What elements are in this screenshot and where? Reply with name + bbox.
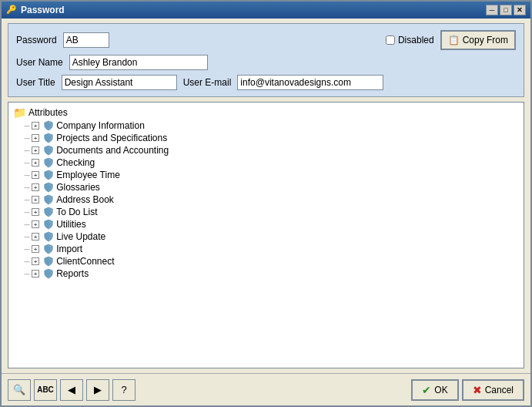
content-area: Password Disabled 📋 Copy From User Name … (2, 18, 530, 373)
tree-item[interactable]: ···· + To Do List (8, 206, 524, 218)
ok-label: OK (434, 385, 447, 395)
abc-icon: ABC (37, 385, 54, 394)
tree-root-label: Attributes (28, 107, 68, 118)
shield-icon (43, 157, 54, 168)
folder-icon: 📁 (13, 106, 26, 119)
tree-item-label: ClientConnect (56, 256, 114, 267)
title-bar-buttons: ─ □ ✕ (486, 5, 526, 15)
tree-dots: ···· (24, 220, 29, 229)
tree-item-label: Documents and Accounting (56, 145, 169, 156)
tree-item-label: Address Book (56, 194, 114, 205)
email-label: User E-mail (183, 77, 232, 88)
cancel-button[interactable]: ✖ Cancel (462, 379, 524, 401)
search-icon: 🔍 (13, 384, 25, 395)
expand-button[interactable]: + (32, 208, 39, 216)
tree-item[interactable]: ···· + Checking (8, 156, 524, 169)
usertitle-label: User Title (16, 77, 55, 88)
tree-root[interactable]: 📁 Attributes (8, 106, 524, 119)
tree-item[interactable]: ···· + Utilities (8, 218, 524, 230)
tree-item-label: Checking (56, 157, 95, 168)
tree-item[interactable]: ···· + Live Update (8, 230, 524, 243)
tree-item[interactable]: ···· + Glossaries (8, 181, 524, 193)
tree-item[interactable]: ···· + Projects and Specifications (8, 132, 524, 144)
tree-item-label: Projects and Specifications (56, 133, 167, 143)
username-label: User Name (16, 57, 63, 68)
expand-button[interactable]: + (32, 220, 39, 228)
tree-dots: ···· (24, 270, 29, 278)
tree-dots: ···· (24, 233, 29, 241)
copy-from-button[interactable]: 📋 Copy From (440, 30, 516, 50)
shield-icon (43, 207, 54, 217)
prev-icon: ◀ (68, 384, 75, 395)
next-icon: ▶ (94, 384, 102, 395)
title-bar: 🔑 Password ─ □ ✕ (2, 2, 530, 18)
expand-button[interactable]: + (32, 134, 39, 142)
tree-item-label: Employee Time (56, 170, 120, 180)
expand-button[interactable]: + (32, 159, 39, 166)
tree-item[interactable]: ···· + ClientConnect (8, 255, 524, 267)
minimize-button[interactable]: ─ (486, 5, 498, 15)
tree-item-label: Glossaries (56, 182, 100, 193)
tree-item[interactable]: ···· + Employee Time (8, 169, 524, 181)
ok-button[interactable]: ✔ OK (411, 379, 458, 401)
tree-item[interactable]: ···· + Address Book (8, 193, 524, 206)
tree-dots: ···· (24, 208, 29, 217)
next-button[interactable]: ▶ (86, 379, 109, 401)
shield-icon (43, 170, 54, 180)
tree-item-label: Utilities (56, 219, 86, 230)
tree-items: ···· + Company Information ···· + Projec… (8, 119, 524, 280)
tree-item-label: Company Information (56, 120, 145, 131)
password-input[interactable] (63, 32, 109, 48)
usertitle-input[interactable] (62, 75, 177, 90)
window-title: Password (21, 5, 486, 15)
expand-button[interactable]: + (32, 257, 39, 265)
shield-icon (43, 182, 54, 193)
tree-dots: ···· (24, 245, 29, 254)
disabled-checkbox[interactable] (386, 35, 395, 45)
username-row: User Name (16, 55, 516, 70)
tree-item-label: Import (56, 244, 82, 254)
shield-icon (43, 231, 54, 242)
window-icon: 🔑 (6, 5, 17, 15)
main-window: 🔑 Password ─ □ ✕ Password Disabled 📋 Cop… (0, 0, 532, 407)
ok-icon: ✔ (422, 384, 431, 396)
disabled-area: Disabled (386, 35, 434, 45)
copy-from-label: Copy From (463, 35, 508, 45)
tree-dots: ···· (24, 159, 29, 167)
shield-icon (43, 268, 54, 279)
expand-button[interactable]: + (32, 233, 39, 240)
tree-item-label: To Do List (56, 207, 97, 217)
prev-button[interactable]: ◀ (60, 379, 83, 401)
tree-item-label: Live Update (56, 231, 105, 242)
shield-icon (43, 120, 54, 131)
expand-button[interactable]: + (32, 245, 39, 253)
cancel-label: Cancel (485, 385, 514, 395)
usertitle-row: User Title User E-mail (16, 75, 516, 90)
shield-icon (43, 194, 54, 205)
tree-dots: ···· (24, 183, 29, 192)
help-icon: ? (121, 384, 126, 395)
expand-button[interactable]: + (32, 196, 39, 204)
shield-icon (43, 145, 54, 156)
search-button[interactable]: 🔍 (8, 379, 31, 401)
restore-button[interactable]: □ (500, 5, 512, 15)
tree-item[interactable]: ···· + Company Information (8, 119, 524, 132)
expand-button[interactable]: + (32, 183, 39, 191)
tree-item[interactable]: ···· + Documents and Accounting (8, 144, 524, 156)
expand-button[interactable]: + (32, 146, 39, 154)
expand-button[interactable]: + (32, 122, 39, 130)
close-button[interactable]: ✕ (514, 5, 526, 15)
bottom-bar: 🔍 ABC ◀ ▶ ? ✔ OK ✖ Cancel (2, 373, 530, 405)
email-input[interactable] (237, 75, 383, 90)
tree-dots: ···· (24, 257, 29, 266)
abc-button[interactable]: ABC (34, 379, 57, 401)
expand-button[interactable]: + (32, 171, 39, 179)
expand-button[interactable]: + (32, 270, 39, 278)
tree-dots: ···· (24, 196, 29, 204)
password-row: Password Disabled 📋 Copy From (16, 30, 516, 50)
top-form: Password Disabled 📋 Copy From User Name … (8, 23, 524, 97)
help-button[interactable]: ? (112, 379, 136, 401)
username-input[interactable] (69, 55, 208, 70)
tree-item[interactable]: ···· + Import (8, 243, 524, 255)
tree-item[interactable]: ···· + Reports (8, 267, 524, 280)
